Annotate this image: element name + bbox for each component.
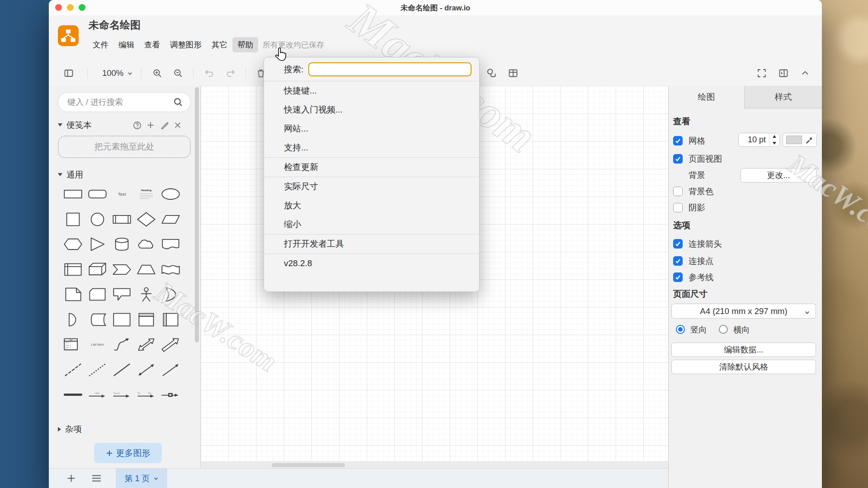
- shape-dashed-line[interactable]: [61, 357, 85, 383]
- shape-dotted-line[interactable]: [85, 357, 109, 383]
- shape-labeled-edge[interactable]: Source: [109, 382, 134, 408]
- shape-data-storage[interactable]: [85, 307, 109, 333]
- menu-item-arrange[interactable]: 调整图形: [165, 37, 207, 52]
- help-menu-item-0-2[interactable]: 网站...: [264, 119, 479, 138]
- page-tab[interactable]: 第 1 页: [116, 469, 167, 488]
- shape-cube[interactable]: [85, 257, 109, 282]
- background-color-row[interactable]: 背景色: [673, 184, 714, 198]
- grid-size-value[interactable]: 10 pt: [739, 133, 769, 146]
- table-icon[interactable]: [507, 67, 519, 80]
- tab-diagram[interactable]: 绘图: [669, 86, 745, 108]
- connection-points-checkbox[interactable]: [673, 256, 683, 266]
- shape-hexagon[interactable]: [61, 232, 85, 257]
- shape-note[interactable]: [61, 282, 85, 307]
- shape-dual-labeled-edge[interactable]: SrcDst: [134, 382, 158, 408]
- shadow-row[interactable]: 阴影: [673, 201, 705, 214]
- grid-color-button[interactable]: [783, 133, 817, 147]
- shape-callout[interactable]: [109, 282, 134, 307]
- help-menu-item-2-2[interactable]: 缩小: [264, 215, 479, 234]
- shape-container[interactable]: [109, 307, 134, 333]
- fullscreen-icon[interactable]: [755, 67, 768, 80]
- shape-vertical-container[interactable]: [134, 307, 158, 333]
- guides-row[interactable]: 参考线: [673, 270, 714, 284]
- shape-link[interactable]: Label: [85, 382, 109, 408]
- shadow-checkbox[interactable]: [673, 203, 683, 212]
- shape-text[interactable]: Text: [109, 182, 134, 207]
- edit-data-button[interactable]: 编辑数据...: [671, 343, 816, 357]
- zoom-in-icon[interactable]: [151, 67, 164, 80]
- shape-or[interactable]: [158, 282, 183, 307]
- shape-document[interactable]: [158, 232, 183, 257]
- shape-horizontal-container[interactable]: [158, 307, 183, 333]
- background-color-checkbox[interactable]: [673, 187, 683, 196]
- shape-cloud[interactable]: [134, 232, 158, 257]
- horizontal-scrollbar-thumb[interactable]: [272, 463, 345, 467]
- shape-arrow[interactable]: [158, 332, 183, 357]
- connection-arrows-checkbox[interactable]: [673, 239, 683, 249]
- menu-item-extras[interactable]: 其它: [207, 37, 232, 52]
- shape-curve[interactable]: [109, 332, 134, 357]
- shape-directional-connector[interactable]: [158, 357, 183, 383]
- more-shapes-button[interactable]: 更多图形: [94, 443, 162, 463]
- shape-triangle[interactable]: [85, 232, 109, 257]
- guides-checkbox[interactable]: [673, 272, 683, 282]
- shape-card[interactable]: [85, 282, 109, 307]
- zoom-out-icon[interactable]: [172, 67, 184, 80]
- shape-thick-line[interactable]: [61, 382, 85, 408]
- shape-line[interactable]: [109, 357, 134, 383]
- help-menu-item-3-0[interactable]: 打开开发者工具: [264, 235, 479, 253]
- shape-cylinder[interactable]: [109, 232, 134, 257]
- help-circle-icon[interactable]: [132, 120, 142, 130]
- undo-icon[interactable]: [203, 67, 216, 80]
- shape-internal-storage[interactable]: [61, 257, 85, 282]
- shape-parallelogram[interactable]: [158, 207, 183, 232]
- edit-pencil-icon[interactable]: [160, 120, 170, 130]
- shape-and[interactable]: [61, 307, 85, 333]
- document-title[interactable]: 未命名绘图: [89, 18, 141, 32]
- help-menu-item-2-0[interactable]: 实际尺寸: [264, 177, 479, 196]
- shape-actor[interactable]: [134, 282, 158, 307]
- shape-ellipse[interactable]: [158, 182, 183, 207]
- add-scratchpad-icon[interactable]: [146, 120, 156, 130]
- format-panel-toggle-icon[interactable]: [777, 67, 790, 80]
- arrows-row[interactable]: 连接箭头: [673, 237, 722, 250]
- page-size-select[interactable]: A4 (210 mm x 297 mm): [671, 304, 816, 319]
- stepper-up-icon[interactable]: [769, 133, 779, 140]
- close-icon[interactable]: [173, 120, 183, 130]
- horizontal-scrollbar[interactable]: [201, 461, 668, 469]
- toggle-panel-icon[interactable]: [62, 67, 75, 80]
- grid-size-stepper[interactable]: 10 pt: [738, 133, 780, 147]
- shape-rounded-rectangle[interactable]: [85, 182, 109, 207]
- menu-item-file[interactable]: 文件: [88, 37, 113, 52]
- shape-tape[interactable]: [158, 257, 183, 282]
- eyedropper-icon[interactable]: [805, 136, 813, 144]
- shape-bidirectional-arrow[interactable]: [134, 332, 158, 357]
- shape-diamond[interactable]: [134, 207, 158, 232]
- grid-checkbox[interactable]: [673, 136, 683, 145]
- general-section-header[interactable]: 通用: [58, 169, 83, 180]
- shape-textbox[interactable]: Heading: [134, 182, 158, 207]
- landscape-radio[interactable]: [719, 325, 728, 334]
- shape-bidirectional-connector[interactable]: [134, 357, 158, 383]
- shape-square[interactable]: [61, 207, 85, 232]
- help-menu-item-0-3[interactable]: 支持...: [264, 138, 479, 157]
- redo-icon[interactable]: [224, 67, 237, 80]
- collapse-toolbar-icon[interactable]: [799, 67, 811, 80]
- help-menu-item-1-0[interactable]: 检查更新: [264, 158, 479, 177]
- help-search-input[interactable]: [308, 62, 472, 76]
- shape-trapezoid[interactable]: [134, 257, 158, 282]
- shape-edge-with-box[interactable]: [158, 382, 183, 408]
- shape-list[interactable]: ListItem 1Item 2Item 3: [61, 332, 85, 357]
- shape-step[interactable]: [109, 257, 134, 282]
- insert-shape-icon[interactable]: [485, 67, 498, 80]
- grid-checkbox-row[interactable]: 网格: [673, 134, 705, 147]
- menu-item-view[interactable]: 查看: [139, 37, 165, 52]
- sidebar-scrollbar[interactable]: [195, 87, 199, 343]
- shape-rectangle[interactable]: [61, 182, 85, 207]
- stepper-down-icon[interactable]: [769, 140, 779, 147]
- shape-search-input[interactable]: 键入 / 进行搜索: [58, 92, 191, 112]
- scratchpad-dropzone[interactable]: 把元素拖至此处: [58, 136, 191, 158]
- help-menu-item-0-0[interactable]: 快捷键...: [264, 81, 479, 100]
- change-background-button[interactable]: 更改...: [741, 168, 816, 183]
- page-view-checkbox-row[interactable]: 页面视图: [673, 152, 722, 165]
